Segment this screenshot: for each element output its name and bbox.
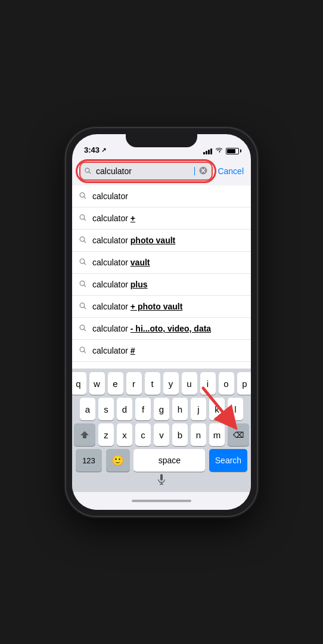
- time-label: 3:43: [84, 145, 100, 154]
- keyboard-row-2: a s d f g h j k l: [74, 398, 249, 420]
- key-k[interactable]: k: [209, 398, 225, 420]
- key-o[interactable]: o: [219, 372, 234, 395]
- suggestion-text-5: calculator plus: [92, 280, 148, 289]
- shift-key[interactable]: [74, 423, 95, 446]
- svg-line-6: [84, 196, 86, 198]
- keyboard-row-1: q w e r t y u i o p: [74, 372, 249, 395]
- battery-icon: [226, 148, 239, 154]
- wifi-icon: [215, 147, 223, 154]
- key-w[interactable]: w: [89, 372, 105, 395]
- suggestion-item-7[interactable]: calculator - hi...oto, video, data: [72, 318, 251, 340]
- svg-line-12: [84, 262, 86, 264]
- suggestion-item-5[interactable]: calculator plus: [72, 274, 251, 296]
- space-key[interactable]: space: [133, 449, 205, 472]
- suggestion-item-4[interactable]: calculator vault: [72, 252, 251, 274]
- notch: [126, 134, 197, 147]
- key-i[interactable]: i: [200, 372, 216, 395]
- suggestion-text-8: calculator #: [92, 346, 135, 355]
- svg-line-16: [84, 306, 86, 308]
- key-z[interactable]: z: [98, 423, 114, 446]
- home-bar: [132, 500, 191, 502]
- suggestion-search-icon: [79, 192, 86, 201]
- suggestion-search-icon-3: [79, 236, 86, 245]
- status-icons: [203, 147, 239, 154]
- suggestion-item-3[interactable]: calculator photo vault: [72, 230, 251, 252]
- svg-line-1: [89, 172, 91, 174]
- voice-row: [74, 472, 249, 490]
- key-u[interactable]: u: [182, 372, 197, 395]
- suggestion-item-6[interactable]: calculator + photo vault: [72, 296, 251, 318]
- suggestion-text-2: calculator +: [92, 213, 135, 223]
- phone-frame: 3:43 ↗: [66, 128, 257, 516]
- suggestion-text-6: calculator + photo vault: [92, 302, 182, 311]
- svg-line-14: [84, 284, 86, 286]
- suggestion-search-icon-8: [79, 346, 86, 355]
- key-j[interactable]: j: [191, 398, 206, 420]
- svg-line-18: [84, 329, 86, 330]
- cancel-button[interactable]: Cancel: [218, 166, 244, 176]
- delete-key[interactable]: ⌫: [228, 423, 249, 446]
- suggestion-text-1: calculator: [92, 191, 128, 201]
- home-area: [72, 492, 251, 510]
- voice-icon[interactable]: [158, 474, 165, 488]
- key-b[interactable]: b: [172, 423, 188, 446]
- suggestion-search-icon-6: [79, 302, 86, 311]
- suggestion-search-icon-7: [79, 324, 86, 333]
- key-a[interactable]: a: [80, 398, 95, 420]
- search-input-value: calculator: [96, 166, 194, 176]
- search-key[interactable]: Search: [209, 449, 247, 472]
- key-x[interactable]: x: [117, 423, 132, 446]
- suggestion-search-icon-5: [79, 280, 86, 289]
- key-r[interactable]: r: [126, 372, 142, 395]
- emoji-key[interactable]: 🙂: [106, 449, 130, 472]
- suggestion-text-7: calculator - hi...oto, video, data: [92, 324, 211, 333]
- num-key[interactable]: 123: [76, 449, 102, 472]
- suggestion-text-3: calculator photo vault: [92, 236, 175, 245]
- suggestion-search-icon-2: [79, 214, 86, 223]
- key-l[interactable]: l: [228, 398, 243, 420]
- search-bar[interactable]: calculator: [79, 162, 213, 181]
- phone-screen: 3:43 ↗: [72, 134, 251, 510]
- suggestion-search-icon-4: [79, 258, 86, 267]
- key-q[interactable]: q: [72, 372, 86, 395]
- svg-line-8: [84, 218, 86, 220]
- keyboard: q w e r t y u i o p a s d f g h j k: [72, 369, 251, 492]
- clear-icon[interactable]: [199, 166, 207, 177]
- key-m[interactable]: m: [209, 423, 225, 446]
- key-t[interactable]: t: [145, 372, 160, 395]
- key-y[interactable]: y: [163, 372, 179, 395]
- suggestion-text-4: calculator vault: [92, 258, 150, 267]
- suggestion-item-1[interactable]: calculator: [72, 185, 251, 208]
- key-p[interactable]: p: [237, 372, 251, 395]
- svg-marker-21: [80, 431, 89, 438]
- key-v[interactable]: v: [154, 423, 169, 446]
- keyboard-row-3: z x c v b n m ⌫: [74, 423, 249, 446]
- key-s[interactable]: s: [98, 398, 114, 420]
- svg-line-10: [84, 240, 86, 242]
- svg-line-20: [84, 351, 86, 352]
- cursor: [194, 167, 195, 175]
- svg-point-0: [85, 168, 89, 172]
- suggestions-list: calculator calculator + calculator photo…: [72, 185, 251, 369]
- key-e[interactable]: e: [108, 372, 123, 395]
- suggestion-item-2[interactable]: calculator +: [72, 208, 251, 230]
- keyboard-row-4: 123 🙂 space Search: [74, 449, 249, 472]
- key-n[interactable]: n: [191, 423, 206, 446]
- key-c[interactable]: c: [135, 423, 151, 446]
- status-time: 3:43 ↗: [84, 145, 106, 154]
- location-icon: ↗: [101, 147, 106, 153]
- key-f[interactable]: f: [135, 398, 151, 420]
- svg-rect-22: [160, 474, 163, 481]
- suggestion-item-8[interactable]: calculator #: [72, 340, 251, 362]
- key-h[interactable]: h: [172, 398, 188, 420]
- key-g[interactable]: g: [154, 398, 169, 420]
- signal-icon: [203, 147, 212, 154]
- search-area: calculator Cancel: [72, 157, 251, 185]
- search-bar-wrapper: calculator: [79, 162, 213, 181]
- key-d[interactable]: d: [117, 398, 132, 420]
- search-icon: [85, 167, 91, 176]
